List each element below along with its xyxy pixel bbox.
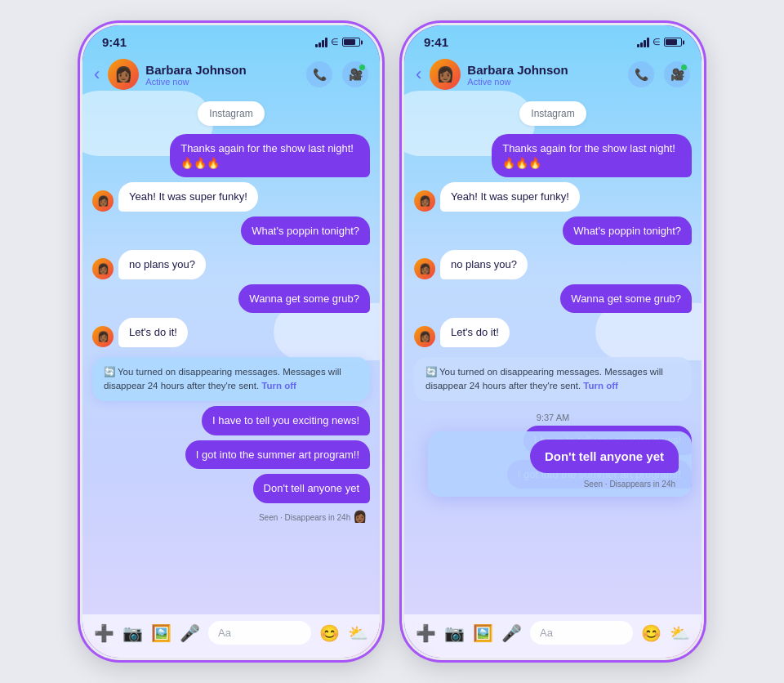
wifi-icon-left: ∈ bbox=[331, 37, 339, 47]
bottom-bar-right: ➕ 📷 🖼️ 🎤 Aa 😊 ⛅ bbox=[404, 614, 702, 658]
bubble-received: Let's do it! bbox=[440, 318, 510, 347]
bubble-sent: Thanks again for the show last night! 🔥🔥… bbox=[492, 134, 692, 177]
contact-status-left: Active now bbox=[145, 77, 300, 87]
mic-icon-right[interactable]: 🎤 bbox=[501, 623, 522, 643]
bubble-sent: What's poppin tonight? bbox=[563, 217, 692, 246]
message-row: 👩🏾 Let's do it! bbox=[92, 318, 370, 347]
disappear-notice-right: 🔄 You turned on disappearing messages. M… bbox=[414, 357, 692, 402]
message-row: What's poppin tonight? bbox=[414, 217, 692, 246]
chat-header-left: ‹ 👩🏾 Barbara Johnson Active now 📞 🎥 bbox=[82, 52, 380, 98]
camera-icon-left[interactable]: 📷 bbox=[122, 623, 143, 643]
status-bar-left: 9:41 ∈ bbox=[82, 25, 380, 52]
message-row: Wanna get some grub? bbox=[414, 284, 692, 314]
signal-icon-left bbox=[315, 38, 327, 47]
chat-header-right: ‹ 👩🏾 Barbara Johnson Active now 📞 🎥 bbox=[404, 52, 702, 98]
contact-info-right: Barbara Johnson Active now bbox=[467, 63, 621, 87]
bubble-sent: I got into the summer art program!! bbox=[185, 440, 370, 470]
msg-avatar: 👩🏾 bbox=[414, 326, 435, 347]
disappear-notice-left: 🔄 You turned on disappearing messages. M… bbox=[92, 357, 370, 402]
signal-icon-right bbox=[637, 38, 649, 47]
green-dot-left bbox=[359, 65, 365, 70]
emoji-icon-right[interactable]: 😊 bbox=[641, 623, 662, 643]
turn-off-link-left[interactable]: Turn off bbox=[261, 381, 296, 391]
photo-icon-right[interactable]: 🖼️ bbox=[473, 623, 493, 643]
disappear-notice-text: 🔄 You turned on disappearing messages. M… bbox=[104, 367, 341, 391]
time-divider-right: 9:37 AM bbox=[414, 413, 692, 422]
seen-label-right: Seen · Disappears in 24h bbox=[441, 480, 679, 489]
green-dot-right bbox=[681, 65, 687, 70]
disappear-popup: Don't tell anyone yet Seen · Disappears … bbox=[428, 431, 692, 497]
battery-icon-right bbox=[664, 38, 682, 47]
status-bar-right: 9:41 ∈ bbox=[404, 25, 702, 52]
message-row: Thanks again for the show last night! 🔥🔥… bbox=[92, 134, 370, 177]
instagram-share-right: Instagram bbox=[519, 101, 586, 126]
msg-avatar: 👩🏾 bbox=[92, 326, 114, 347]
weather-icon-right[interactable]: ⛅ bbox=[670, 623, 690, 643]
input-placeholder-right: Aa bbox=[540, 627, 553, 639]
seen-label-left: Seen · Disappears in 24h 👩🏾 bbox=[92, 510, 370, 523]
call-button-left[interactable]: 📞 bbox=[306, 61, 332, 87]
status-icons-left: ∈ bbox=[315, 37, 360, 47]
message-row: I got into the summer art program!! bbox=[92, 440, 370, 470]
message-row: 👩🏾 Yeah! It was super funky! bbox=[92, 182, 370, 212]
call-button-right[interactable]: 📞 bbox=[628, 61, 654, 87]
video-button-left[interactable]: 🎥 bbox=[342, 61, 368, 87]
contact-info-left: Barbara Johnson Active now bbox=[145, 63, 300, 87]
battery-icon-left bbox=[342, 38, 360, 47]
wifi-icon-right: ∈ bbox=[653, 37, 661, 47]
add-icon-left[interactable]: ➕ bbox=[94, 623, 114, 643]
message-row: 👩🏾 no plans you? bbox=[92, 250, 370, 279]
header-icons-right: 📞 🎥 bbox=[628, 61, 690, 87]
bubble-sent: Wanna get some grub? bbox=[238, 284, 370, 314]
contact-name-right: Barbara Johnson bbox=[467, 63, 621, 77]
message-row: 👩🏾 Let's do it! bbox=[414, 318, 692, 347]
back-button-left[interactable]: ‹ bbox=[94, 64, 100, 85]
mic-icon-left[interactable]: 🎤 bbox=[180, 623, 200, 643]
message-row: Thanks again for the show last night! 🔥🔥… bbox=[414, 134, 692, 177]
message-row: I have to tell you exciting news! bbox=[92, 406, 370, 435]
message-row: Don't tell anyone yet bbox=[92, 474, 370, 503]
video-button-right[interactable]: 🎥 bbox=[664, 61, 690, 87]
phone-left: 9:41 ∈ ‹ 👩🏾 Barbara Johnson Active now 📞 bbox=[80, 23, 382, 660]
photo-icon-left[interactable]: 🖼️ bbox=[151, 623, 172, 643]
text-input-left[interactable]: Aa bbox=[208, 621, 311, 645]
camera-icon-right[interactable]: 📷 bbox=[444, 623, 465, 643]
bubble-received: Yeah! It was super funky! bbox=[440, 182, 580, 212]
chat-area-left: Instagram Thanks again for the show last… bbox=[82, 98, 380, 614]
message-row: 👩🏾 no plans you? bbox=[414, 250, 692, 279]
avatar-right: 👩🏾 bbox=[430, 59, 461, 90]
input-placeholder-left: Aa bbox=[218, 627, 231, 639]
weather-icon-left[interactable]: ⛅ bbox=[348, 623, 368, 643]
msg-avatar: 👩🏾 bbox=[92, 258, 114, 279]
turn-off-link-right[interactable]: Turn off bbox=[583, 381, 618, 391]
back-button-right[interactable]: ‹ bbox=[416, 64, 421, 85]
disappear-notice-text-right: 🔄 You turned on disappearing messages. M… bbox=[425, 367, 663, 391]
message-row: Wanna get some grub? bbox=[92, 284, 370, 314]
message-row: What's poppin tonight? bbox=[92, 217, 370, 246]
contact-status-right: Active now bbox=[467, 77, 621, 87]
bubble-sent: Thanks again for the show last night! 🔥🔥… bbox=[170, 134, 370, 177]
msg-avatar: 👩🏾 bbox=[92, 190, 114, 212]
bubble-sent: What's poppin tonight? bbox=[241, 217, 370, 246]
emoji-icon-left[interactable]: 😊 bbox=[319, 623, 340, 643]
bubble-received: no plans you? bbox=[440, 250, 528, 279]
instagram-share-left: Instagram bbox=[198, 101, 264, 126]
bottom-bar-left: ➕ 📷 🖼️ 🎤 Aa 😊 ⛅ bbox=[82, 614, 380, 658]
text-input-right[interactable]: Aa bbox=[530, 621, 633, 645]
add-icon-right[interactable]: ➕ bbox=[416, 623, 436, 643]
bubble-received: no plans you? bbox=[118, 250, 206, 279]
contact-name-left: Barbara Johnson bbox=[145, 63, 300, 77]
message-row: 👩🏾 Yeah! It was super funky! bbox=[414, 182, 692, 212]
bubble-sent: I have to tell you exciting news! bbox=[202, 406, 370, 435]
msg-avatar: 👩🏾 bbox=[414, 258, 435, 279]
bubble-sent: Wanna get some grub? bbox=[560, 284, 692, 314]
status-icons-right: ∈ bbox=[637, 37, 682, 47]
bubble-received: Let's do it! bbox=[118, 318, 188, 347]
bubble-sent: Don't tell anyone yet bbox=[253, 474, 370, 503]
status-time-left: 9:41 bbox=[102, 35, 127, 49]
chat-area-right: Instagram Thanks again for the show last… bbox=[404, 98, 702, 614]
header-icons-left: 📞 🎥 bbox=[306, 61, 368, 87]
status-time-right: 9:41 bbox=[424, 35, 448, 49]
msg-avatar: 👩🏾 bbox=[414, 190, 435, 212]
avatar-left: 👩🏾 bbox=[108, 59, 139, 90]
